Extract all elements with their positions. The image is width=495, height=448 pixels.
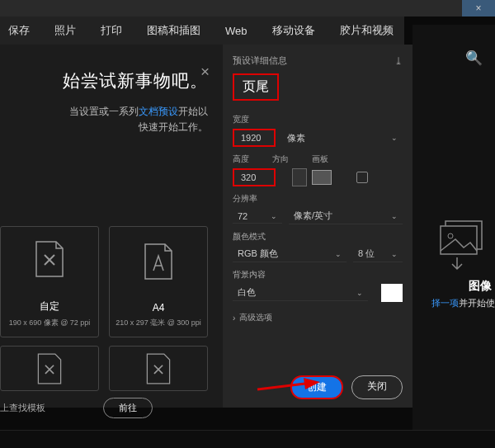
bg-start-hint: 择一项并开始使 <box>431 297 495 309</box>
hero-title: 始尝试新事物吧。 <box>0 69 208 92</box>
color-mode-select[interactable]: RGB 颜色 ⌄ <box>233 246 346 262</box>
presets-area: 始尝试新事物吧。 当设置或一系列文档预设开始以 快速开始工作。 自定 190 x… <box>0 45 223 408</box>
card-name: 自定 <box>40 299 59 314</box>
search-templates-text: 上查找模板 <box>0 402 45 414</box>
panel-header: 预设详细信息 <box>233 54 287 67</box>
search-icon[interactable]: 🔍 <box>465 50 483 67</box>
chevron-down-icon: ⌄ <box>391 250 398 258</box>
preset-name-field[interactable]: 页尾 <box>233 73 279 101</box>
bg-link-action[interactable]: 择一项 <box>431 298 459 308</box>
orientation-portrait[interactable] <box>292 168 307 186</box>
advanced-options-toggle[interactable]: › 高级选项 <box>233 312 403 323</box>
doc-x-icon <box>35 352 64 385</box>
hero-subtitle: 当设置或一系列文档预设开始以 快速开始工作。 <box>0 104 208 135</box>
resolution-label: 分辨率 <box>233 193 403 205</box>
preset-card-a4[interactable]: A4 210 x 297 毫米 @ 300 ppi <box>109 226 208 337</box>
background-select[interactable]: 白色 ⌄ <box>233 285 368 301</box>
height-label: 高度 <box>233 153 249 165</box>
card-detail: 190 x 690 像素 @ 72 ppi <box>9 318 91 328</box>
preset-details-panel: 预设详细信息 ⤓ 页尾 宽度 1920 像素 ⌄ 高度 方向 画板 320 分辨… <box>223 45 412 408</box>
preset-card-small-1[interactable] <box>0 346 99 391</box>
bg-images-icon <box>437 215 487 272</box>
chevron-down-icon: ⌄ <box>356 289 363 297</box>
tab-photo[interactable]: 照片 <box>54 23 76 38</box>
doc-preset-link[interactable]: 文档预设 <box>139 106 178 117</box>
chevron-right-icon: › <box>233 314 235 323</box>
width-unit-select[interactable]: 像素 ⌄ <box>282 130 403 146</box>
chevron-down-icon: ⌄ <box>335 250 342 258</box>
create-button[interactable]: 创建 <box>290 375 343 399</box>
download-preset-icon[interactable]: ⤓ <box>394 55 403 67</box>
artboard-checkbox[interactable] <box>356 172 368 183</box>
chevron-down-icon: ⌄ <box>271 212 277 220</box>
go-button[interactable]: 前往 <box>103 398 153 418</box>
dialog-close-x[interactable]: × <box>462 0 495 17</box>
tab-illustration[interactable]: 图稿和插图 <box>147 23 200 38</box>
a4-doc-icon <box>140 241 177 282</box>
preset-category-tabs: 保存 照片 打印 图稿和插图 Web 移动设备 胶片和视频 <box>0 17 404 45</box>
tab-mobile[interactable]: 移动设备 <box>272 23 315 38</box>
preset-card-custom[interactable]: 自定 190 x 690 像素 @ 72 ppi <box>0 226 99 337</box>
orientation-label: 方向 <box>272 153 289 165</box>
card-detail: 210 x 297 毫米 @ 300 ppi <box>116 318 201 328</box>
doc-x-icon <box>144 352 172 385</box>
svg-rect-1 <box>441 226 477 254</box>
width-input[interactable]: 1920 <box>233 129 276 147</box>
tab-save[interactable]: 保存 <box>8 23 30 38</box>
orientation-landscape[interactable] <box>312 170 332 185</box>
statusbar <box>0 430 495 448</box>
tab-print[interactable]: 打印 <box>101 23 122 38</box>
tab-filmvideo[interactable]: 胶片和视频 <box>340 23 394 38</box>
background-swatch[interactable] <box>381 284 403 302</box>
chevron-down-icon: ⌄ <box>391 134 398 142</box>
dialog-titlebar: × <box>0 0 495 17</box>
tab-web[interactable]: Web <box>225 25 248 37</box>
resolution-input[interactable]: 72 ⌄ <box>233 210 282 224</box>
custom-doc-icon <box>31 238 68 280</box>
background-label: 背景内容 <box>233 269 403 281</box>
artboard-label: 画板 <box>312 153 328 165</box>
resolution-unit-select[interactable]: 像素/英寸 ⌄ <box>289 208 403 224</box>
chevron-down-icon: ⌄ <box>391 212 398 220</box>
preset-card-small-2[interactable] <box>109 346 208 391</box>
card-name: A4 <box>153 302 165 314</box>
bit-depth-select[interactable]: 8 位 ⌄ <box>353 246 403 262</box>
close-button[interactable]: 关闭 <box>351 375 403 399</box>
width-label: 宽度 <box>233 114 403 125</box>
height-input[interactable]: 320 <box>233 168 276 186</box>
hero-close-icon[interactable]: × <box>200 63 210 81</box>
color-mode-label: 颜色模式 <box>233 231 403 243</box>
bg-image-label: 图像 <box>469 279 492 294</box>
